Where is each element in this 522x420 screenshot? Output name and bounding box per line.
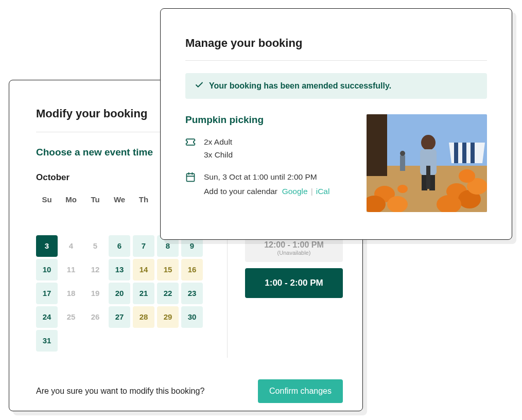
manage-booking-card: Manage your booking Your booking has bee… (160, 8, 512, 240)
calendar-day[interactable]: 16 (181, 259, 203, 281)
calendar-day[interactable]: 31 (36, 330, 58, 352)
svg-rect-7 (454, 143, 458, 163)
calendar-day[interactable]: 7 (133, 235, 154, 257)
calendar-icon (185, 172, 196, 184)
svg-rect-9 (471, 143, 475, 163)
calendar-day: 5 (84, 235, 106, 257)
ticket-child: 3x Child (204, 149, 233, 162)
tickets-line: 2x Adult 3x Child (185, 136, 351, 162)
ticket-adult: 2x Adult (204, 136, 233, 149)
svg-point-23 (387, 196, 408, 212)
weekday-label: Su (36, 192, 58, 207)
calendar-day[interactable]: 29 (157, 306, 179, 328)
calendar-day: 25 (60, 306, 82, 328)
calendar-day[interactable]: 14 (133, 259, 154, 281)
weekday-label: We (109, 192, 130, 207)
calendar-day[interactable]: 10 (36, 259, 58, 281)
calendar-day: 18 (60, 283, 82, 304)
success-banner: Your booking has been amended successful… (185, 73, 487, 99)
calendar-day[interactable]: 30 (181, 306, 203, 328)
calendar-day[interactable]: 22 (157, 283, 179, 304)
weekday-label: Th (133, 192, 154, 207)
timeslot-time: 12:00 - 1:00 PM (264, 240, 324, 250)
timeslot-sub: (Unavailable) (277, 250, 311, 256)
calendar-day[interactable]: 23 (181, 283, 203, 304)
google-calendar-link[interactable]: Google (282, 187, 308, 196)
calendar-day[interactable]: 17 (36, 283, 58, 304)
add-calendar-label: Add to your calendar (204, 187, 277, 196)
calendar-day[interactable]: 15 (157, 259, 179, 281)
calendar-day[interactable]: 24 (36, 306, 58, 328)
calendar-day[interactable]: 27 (109, 306, 130, 328)
divider (185, 60, 487, 61)
weekday-label: Tu (84, 192, 106, 207)
success-text: Your booking has been amended successful… (209, 81, 391, 91)
confirm-text: Are you sure you want to modify this boo… (36, 387, 204, 396)
confirm-button[interactable]: Confirm changes (258, 379, 343, 403)
calendar-day[interactable]: 21 (133, 283, 154, 304)
datetime-text: Sun, 3 Oct at 1:00 until 2:00 PM (204, 171, 329, 184)
event-name: Pumpkin picking (185, 114, 351, 126)
svg-point-11 (421, 135, 436, 150)
timeslot-selected[interactable]: 1:00 - 2:00 PM (245, 268, 343, 298)
svg-rect-25 (400, 155, 405, 171)
timeslot-time: 1:00 - 2:00 PM (265, 278, 323, 288)
event-image (367, 114, 487, 212)
calendar-day[interactable]: 28 (133, 306, 154, 328)
check-icon (195, 80, 204, 92)
svg-point-26 (400, 151, 405, 156)
svg-rect-0 (187, 173, 195, 181)
ical-link[interactable]: iCal (316, 187, 330, 196)
calendar-day[interactable]: 20 (109, 283, 130, 304)
svg-point-24 (397, 185, 408, 193)
calendar-day: 4 (60, 235, 82, 257)
ticket-icon (185, 137, 196, 149)
calendar-day: 11 (60, 259, 82, 281)
separator: | (311, 187, 313, 196)
svg-rect-15 (426, 166, 430, 189)
datetime-line: Sun, 3 Oct at 1:00 until 2:00 PM Add to … (185, 171, 351, 199)
weekday-label: Mo (60, 192, 82, 207)
calendar-day-selected[interactable]: 3 (36, 235, 58, 257)
svg-point-20 (459, 169, 475, 183)
calendar-day: 12 (84, 259, 106, 281)
manage-title: Manage your booking (185, 37, 487, 50)
calendar-day[interactable]: 6 (109, 235, 130, 257)
calendar-day: 26 (84, 306, 106, 328)
svg-rect-10 (367, 114, 387, 176)
calendar-day[interactable]: 13 (109, 259, 130, 281)
calendar-day: 19 (84, 283, 106, 304)
svg-rect-8 (462, 143, 466, 163)
